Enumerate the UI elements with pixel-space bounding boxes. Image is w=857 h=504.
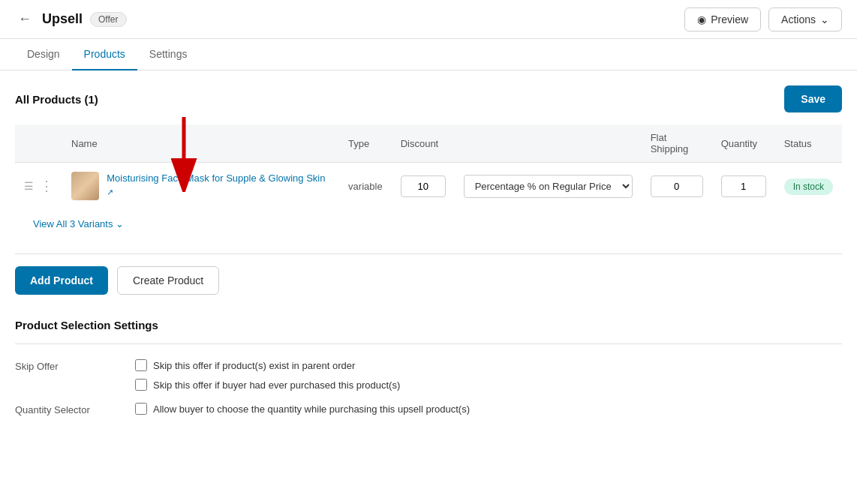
- products-table-wrapper: Name Type Discount FlatShipping Quantity…: [15, 124, 842, 242]
- save-button[interactable]: Save: [784, 86, 842, 112]
- status-badge: In stock: [784, 178, 833, 195]
- status-cell: In stock: [775, 163, 842, 210]
- product-name-cell: Moisturising Face Mask for Supple & Glow…: [62, 163, 339, 210]
- discount-value-input[interactable]: [401, 176, 446, 197]
- col-quantity: Quantity: [712, 124, 775, 163]
- col-status: Status: [775, 124, 842, 163]
- quantity-cell: [712, 163, 775, 210]
- skip-offer-row: Skip Offer Skip this offer if product(s)…: [15, 359, 842, 391]
- main-content: All Products (1) Save Name Type: [0, 70, 857, 442]
- row-controls-cell: ☰ ⋮: [15, 163, 62, 210]
- skip-offer-checkbox-1[interactable]: [135, 359, 147, 371]
- col-controls: [15, 124, 62, 163]
- quantity-selector-row: Quantity Selector Allow buyer to choose …: [15, 403, 842, 416]
- separator: [15, 254, 842, 254]
- products-table: Name Type Discount FlatShipping Quantity…: [15, 124, 842, 242]
- col-discount: Discount: [392, 124, 642, 163]
- col-flat-shipping: FlatShipping: [642, 124, 712, 163]
- col-name: Name: [62, 124, 339, 163]
- back-button[interactable]: ←: [15, 8, 35, 30]
- quantity-selector-option: Allow buyer to choose the quantity while…: [135, 403, 470, 415]
- view-variants-row: View All 3 Variants ⌄: [15, 209, 842, 242]
- skip-offer-option-2: Skip this offer if buyer had ever purcha…: [135, 379, 400, 391]
- section-title: Product Selection Settings: [15, 319, 842, 332]
- view-variants-link[interactable]: View All 3 Variants ⌄: [24, 212, 833, 236]
- products-header: All Products (1) Save: [15, 86, 842, 112]
- tab-settings[interactable]: Settings: [137, 39, 200, 70]
- product-name-link[interactable]: Moisturising Face Mask for Supple & Glow…: [107, 172, 325, 197]
- external-link-icon: ↗: [107, 188, 113, 196]
- col-type: Type: [339, 124, 392, 163]
- quantity-selector-checkbox[interactable]: [135, 403, 147, 415]
- action-buttons: Add Product Create Product: [15, 266, 842, 295]
- quantity-selector-options: Allow buyer to choose the quantity while…: [135, 403, 470, 415]
- quantity-selector-option-label: Allow buyer to choose the quantity while…: [153, 404, 470, 415]
- page-header: ← Upsell Offer ◉ Preview Actions ⌄: [0, 0, 857, 39]
- create-product-button[interactable]: Create Product: [117, 266, 219, 295]
- skip-offer-label: Skip Offer: [15, 359, 120, 372]
- section-separator: [15, 344, 842, 344]
- discount-value-cell: [392, 163, 455, 210]
- more-options-icon[interactable]: ⋮: [40, 178, 53, 194]
- products-title: All Products (1): [15, 93, 98, 106]
- chevron-down-icon: ⌄: [820, 14, 829, 26]
- actions-button[interactable]: Actions ⌄: [768, 8, 842, 32]
- chevron-down-icon: ⌄: [116, 218, 124, 230]
- skip-offer-options: Skip this offer if product(s) exist in p…: [135, 359, 400, 391]
- header-right: ◉ Preview Actions ⌄: [684, 8, 842, 32]
- header-left: ← Upsell Offer: [15, 8, 127, 30]
- table-body: ☰ ⋮ Moisturising Face Mask for Supple & …: [15, 163, 842, 242]
- skip-offer-checkbox-2[interactable]: [135, 379, 147, 391]
- skip-offer-option-1: Skip this offer if product(s) exist in p…: [135, 359, 400, 371]
- drag-icon[interactable]: ☰: [24, 180, 34, 192]
- tab-design[interactable]: Design: [15, 39, 72, 70]
- table-header: Name Type Discount FlatShipping Quantity…: [15, 124, 842, 163]
- product-type-cell: variable: [339, 163, 392, 210]
- discount-type-cell: Percentage % on Regular Price Fixed Amou…: [455, 163, 642, 210]
- flat-shipping-input[interactable]: [651, 176, 703, 197]
- preview-button[interactable]: ◉ Preview: [684, 8, 761, 32]
- skip-offer-label-2: Skip this offer if buyer had ever purcha…: [153, 380, 400, 391]
- product-thumbnail: [71, 172, 99, 200]
- offer-badge: Offer: [90, 12, 126, 27]
- tab-products[interactable]: Products: [72, 39, 137, 70]
- flat-shipping-cell: [642, 163, 712, 210]
- skip-offer-label-1: Skip this offer if product(s) exist in p…: [153, 360, 355, 371]
- eye-icon: ◉: [697, 14, 706, 26]
- page-title: Upsell: [42, 11, 83, 27]
- add-product-button[interactable]: Add Product: [15, 266, 108, 295]
- product-selection-settings: Product Selection Settings Skip Offer Sk…: [15, 319, 842, 416]
- quantity-input[interactable]: [721, 176, 766, 197]
- quantity-selector-label: Quantity Selector: [15, 403, 120, 416]
- view-variants-cell: View All 3 Variants ⌄: [15, 209, 842, 242]
- tabs-nav: Design Products Settings: [0, 39, 857, 70]
- table-row: ☰ ⋮ Moisturising Face Mask for Supple & …: [15, 163, 842, 210]
- discount-type-select[interactable]: Percentage % on Regular Price Fixed Amou…: [464, 175, 633, 198]
